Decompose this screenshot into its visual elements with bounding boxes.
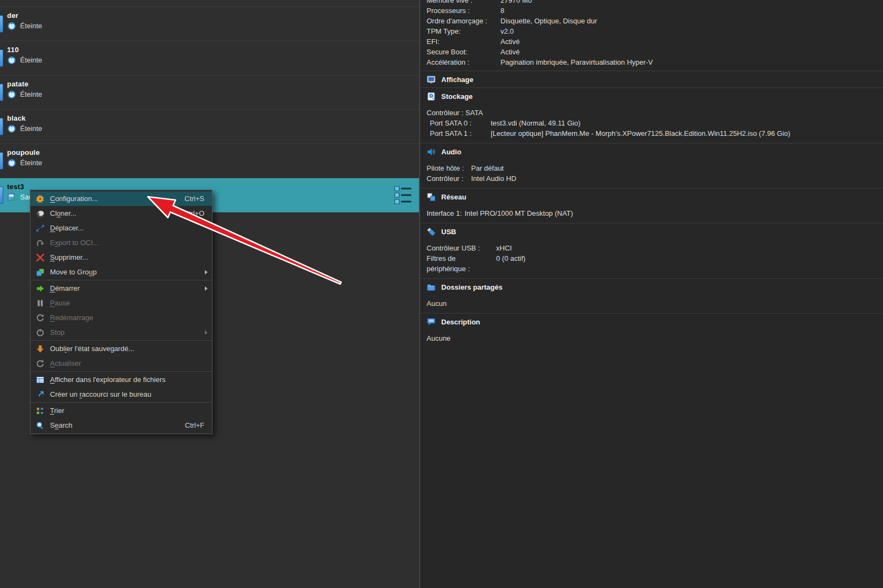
menu-item-label: Démarrer: [50, 284, 205, 292]
section-title: Réseau: [441, 193, 466, 201]
detail-label: Port SATA 0 :: [430, 118, 491, 128]
detail-value: Pagination imbriquée, Paravirtualisation…: [500, 57, 653, 67]
menu-item-label: Search: [50, 421, 185, 429]
vm-tools-menu-icon[interactable]: [394, 186, 411, 204]
submenu-arrow-icon: [205, 270, 208, 274]
vm-name: 110: [7, 46, 414, 54]
detail-value: Intel Audio HD: [471, 173, 516, 184]
vm-status-row: Éteinte: [7, 55, 414, 65]
menu-item-search[interactable]: SearchCtrl+F: [30, 418, 212, 433]
section-header[interactable]: Réseau: [427, 189, 883, 205]
detail-label: Processeurs :: [427, 5, 500, 16]
menu-item-supprimer[interactable]: Supprimer...: [30, 250, 212, 265]
menu-item-d-marrer[interactable]: Démarrer: [30, 281, 212, 296]
detail-value: xHCI: [496, 243, 512, 253]
section-header[interactable]: Audio: [427, 143, 883, 160]
detail-value: Par défaut: [471, 163, 504, 173]
vm-name: der: [7, 11, 414, 20]
details-section-stockage: StockageContrôleur : SATAPort SATA 0 :te…: [420, 87, 883, 143]
audio-icon: [427, 147, 436, 157]
menu-item-label: Pause: [50, 299, 209, 307]
vm-machine-icon: [0, 186, 3, 204]
detail-label: Interface 1:: [427, 208, 465, 218]
details-section-affichage: Affichage: [420, 71, 883, 87]
section-header[interactable]: USB: [427, 223, 883, 240]
vm-name: poupoule: [7, 148, 414, 157]
vm-list-item-110[interactable]: 110Éteinte: [0, 41, 419, 76]
power-off-icon: [7, 124, 16, 133]
vm-machine-icon: [0, 118, 3, 135]
menu-item-label: Oublier l'état sauvegardé...: [50, 345, 209, 353]
refresh-icon: [36, 359, 45, 368]
detail-row: Aucune: [427, 333, 883, 343]
menu-item-label: Actualiser: [50, 359, 209, 367]
menu-item-cr-er-un-raccourci-sur-le-bureau[interactable]: Créer un raccourci sur le bureau: [30, 387, 212, 402]
stop-icon: [36, 328, 45, 337]
detail-label: Aucune: [427, 333, 450, 343]
vm-status-label: Éteinte: [20, 124, 42, 133]
detail-value: v2.0: [500, 26, 514, 36]
detail-row: Aucun: [427, 298, 883, 309]
section-header[interactable]: Affichage: [427, 71, 883, 87]
section-header[interactable]: Stockage: [427, 88, 883, 104]
detail-value: [Lecteur optique] PhanMem.Me - Morph's.X…: [491, 128, 790, 139]
section-header[interactable]: Description: [427, 314, 883, 330]
menu-item-label: Déplacer...: [50, 224, 209, 232]
vm-status-label: Éteinte: [20, 159, 42, 167]
detail-label: Ordre d'amorçage :: [427, 16, 500, 26]
detail-value: Activé: [500, 36, 519, 47]
detail-row: Accélération :Pagination imbriquée, Para…: [427, 57, 883, 67]
vm-status-label: Éteinte: [20, 22, 42, 30]
menu-item-label: Export to OCI...: [50, 239, 209, 247]
detail-row: Contrôleur USB :xHCI: [427, 243, 883, 253]
menu-item-afficher-dans-l-explorateur-de-fichiers[interactable]: Afficher dans l'explorateur de fichiers: [30, 372, 212, 387]
detail-row: Pilote hôte :Par défaut: [427, 163, 883, 173]
menu-item-d-placer[interactable]: Déplacer...: [30, 221, 212, 235]
vm-row-partial: [0, 0, 419, 7]
delete-icon: [36, 253, 45, 262]
menu-item-label: Move to Group: [50, 268, 205, 276]
section-header[interactable]: Dossiers partagés: [427, 279, 883, 295]
menu-separator: [30, 280, 212, 280]
vm-details-pane: Mémoire vive :27970 MoProcesseurs :8Ordr…: [420, 0, 883, 588]
detail-value: 0 (0 actif): [496, 253, 525, 274]
section-title: Audio: [441, 148, 461, 156]
power-off-icon: [7, 90, 16, 99]
details-general-section: Mémoire vive :27970 MoProcesseurs :8Ordr…: [420, 0, 883, 71]
menu-item-actualiser: Actualiser: [30, 356, 212, 371]
vm-list-item-poupoule[interactable]: poupouleÉteinte: [0, 144, 419, 178]
menu-item-move-to-group[interactable]: Move to Group: [30, 265, 212, 279]
menu-item-oublier-l-tat-sauvegard[interactable]: Oublier l'état sauvegardé...: [30, 341, 212, 356]
detail-value: 8: [500, 5, 504, 16]
vm-status-row: Éteinte: [7, 124, 414, 133]
reset-icon: [36, 314, 45, 322]
detail-row: Filtres de périphérique :0 (0 actif): [427, 253, 883, 274]
menu-separator: [30, 371, 212, 372]
section-title: Stockage: [441, 92, 473, 101]
details-section-reseau: RéseauInterface 1:Intel PRO/1000 MT Desk…: [420, 188, 883, 223]
menu-item-label: Stop: [50, 328, 205, 336]
vm-list-item-patate[interactable]: patateÉteinte: [0, 76, 419, 110]
detail-row: Ordre d'amorçage :Disquette, Optique, Di…: [427, 16, 883, 26]
vm-list-item-der[interactable]: derÉteinte: [0, 7, 419, 41]
desktop-shortcut-icon: [36, 390, 45, 399]
menu-item-configuration[interactable]: Configuration...Ctrl+S: [30, 191, 212, 206]
section-title: Description: [441, 318, 480, 326]
menu-item-label: Redémarrage: [50, 314, 209, 322]
menu-item-trier[interactable]: Trier: [30, 403, 212, 418]
detail-row: Interface 1:Intel PRO/1000 MT Desktop (N…: [427, 208, 883, 218]
menu-item-shortcut: Ctrl+O: [184, 209, 209, 217]
detail-label: Contrôleur :: [427, 173, 471, 184]
vm-status-row: Éteinte: [7, 90, 414, 99]
storage-icon: [427, 92, 436, 101]
vm-list-item-black[interactable]: blackÉteinte: [0, 110, 419, 144]
detail-label: Accélération :: [427, 57, 500, 67]
detail-row: TPM Type:v2.0: [427, 26, 883, 36]
details-section-dossiers: Dossiers partagésAucun: [420, 278, 883, 313]
gear-icon: [36, 195, 45, 203]
menu-item-cloner[interactable]: Cloner...Ctrl+O: [30, 206, 212, 221]
menu-separator: [30, 402, 212, 403]
move-arrows-icon: [36, 224, 45, 233]
detail-value: 27970 Mo: [500, 0, 532, 5]
menu-item-label: Supprimer...: [50, 253, 209, 261]
